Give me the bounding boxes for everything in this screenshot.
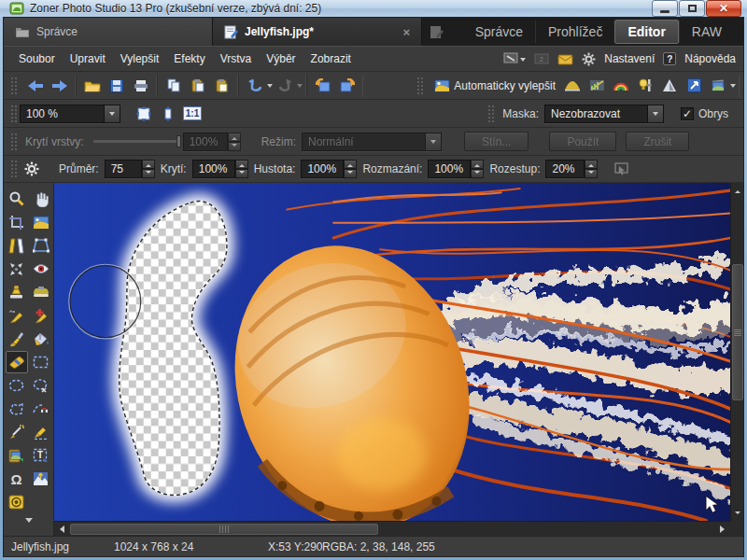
shadow-button[interactable]: Stín... (464, 132, 529, 151)
mask-combobox[interactable]: Nezobrazovat (544, 105, 664, 123)
spacing-spinner[interactable] (585, 160, 598, 178)
opacity-field[interactable]: 100% (192, 160, 235, 178)
menu-vyber[interactable]: Výběr (259, 49, 303, 69)
back-button[interactable] (23, 75, 48, 97)
density-spinner[interactable] (344, 160, 357, 178)
iron-smooth-tool[interactable] (30, 281, 52, 303)
tab-close-icon[interactable]: × (402, 25, 410, 39)
fit-screen-button[interactable] (132, 103, 156, 125)
rotate-left-button[interactable] (311, 75, 335, 97)
fit-height-button[interactable] (156, 103, 180, 125)
layer-opacity-spinner[interactable] (228, 133, 241, 151)
print-button[interactable] (129, 75, 153, 97)
zoom-combobox[interactable]: 100 % (20, 105, 120, 123)
exposure-button[interactable] (633, 75, 657, 97)
vertical-scroll-thumb[interactable] (732, 264, 743, 400)
density-field[interactable]: 100% (301, 160, 344, 178)
close-button[interactable]: ✕ (706, 0, 741, 17)
save-button[interactable] (105, 75, 129, 97)
polygon-lasso-tool[interactable] (6, 398, 28, 420)
effect-brush-tool[interactable]: ᴬᵃ (6, 304, 28, 327)
blend-mode-combobox[interactable]: Normální (302, 133, 442, 151)
toolbar-grip2[interactable] (416, 77, 423, 95)
undo-button[interactable] (243, 75, 267, 97)
dual-monitor-icon[interactable] (503, 52, 526, 65)
magic-wand-tool[interactable] (6, 421, 28, 443)
auto-enhance-button[interactable]: Automaticky vylepšit (430, 75, 560, 97)
scroll-up-button[interactable] (731, 183, 744, 197)
layerbar-grip[interactable] (10, 133, 17, 151)
toolbar-grip[interactable] (10, 77, 17, 95)
tab-file[interactable]: Jellyfish.jpg* × (213, 18, 422, 46)
red-eye-tool[interactable] (30, 258, 52, 280)
morph-tool[interactable] (6, 258, 28, 280)
toolopts-grip[interactable] (10, 160, 17, 178)
menu-upravit[interactable]: Upravit (63, 49, 113, 69)
horizontal-scrollbar[interactable] (54, 521, 730, 536)
outline-checkbox[interactable]: ✓ (681, 107, 694, 120)
redo-button[interactable] (273, 75, 297, 97)
curves-button[interactable] (585, 75, 609, 97)
blur-field[interactable]: 100% (428, 160, 471, 178)
menu-vrstva[interactable]: Vrstva (213, 49, 260, 69)
mode-manager[interactable]: Správce (463, 21, 535, 43)
mode-editor[interactable]: Editor (614, 20, 678, 44)
text-selection-tool[interactable]: T (30, 444, 52, 467)
help-label[interactable]: Nápověda (684, 52, 736, 65)
layer-opacity-slider[interactable] (93, 140, 179, 143)
place-image-tool[interactable] (6, 444, 28, 467)
second-monitor-icon[interactable]: 2 (534, 53, 549, 65)
mode-raw[interactable]: RAW (679, 21, 734, 43)
help-icon[interactable]: ? (663, 52, 676, 65)
redo-caret-icon[interactable] (297, 84, 303, 91)
shape-tool[interactable]: Ω (6, 468, 28, 490)
blur-spinner[interactable] (471, 160, 484, 178)
sharpen-button[interactable] (657, 75, 682, 97)
diameter-field[interactable]: 75 (105, 160, 142, 178)
more-tools-button[interactable] (25, 523, 33, 536)
menu-vylepsit[interactable]: Vylepšit (113, 49, 167, 69)
menu-soubor[interactable]: Soubor (11, 49, 63, 69)
mode-viewer[interactable]: Prohlížeč (535, 21, 614, 43)
pan-hand-tool[interactable] (30, 188, 52, 210)
vertical-scrollbar[interactable] (730, 183, 743, 521)
crop-tool[interactable] (6, 211, 28, 233)
healing-brush-tool[interactable] (30, 304, 52, 327)
deform-tool[interactable] (6, 234, 28, 257)
settings-label[interactable]: Nastavení (604, 52, 655, 65)
paste-button[interactable] (186, 75, 210, 97)
canvas-size-tool[interactable] (30, 211, 52, 233)
scroll-left-button[interactable] (54, 522, 68, 537)
spacing-field[interactable]: 20% (545, 160, 585, 178)
paintbrush-tool[interactable] (6, 328, 28, 350)
opacity-spinner[interactable] (235, 160, 248, 178)
minimize-button[interactable] (652, 0, 678, 17)
settings-gear-icon[interactable] (582, 52, 596, 66)
effects-caret-icon[interactable] (730, 84, 736, 91)
copy-button[interactable] (162, 75, 186, 97)
magnetic-lasso-tool[interactable] (30, 398, 52, 420)
scroll-right-button[interactable] (716, 522, 730, 537)
resize-button[interactable] (682, 75, 706, 97)
colors-button[interactable] (609, 75, 633, 97)
scroll-down-button[interactable] (731, 507, 744, 521)
horizontal-scroll-thumb[interactable] (70, 524, 378, 535)
one-to-one-button[interactable]: 1:1 (180, 103, 204, 125)
image-canvas[interactable] (54, 183, 730, 521)
new-editor-tab-icon[interactable] (430, 25, 444, 39)
perspective-tool[interactable] (30, 234, 52, 257)
droplet-warp-tool[interactable] (6, 491, 28, 513)
levels-button[interactable] (560, 75, 585, 97)
rect-select-tool[interactable] (30, 351, 52, 373)
restore-button[interactable] (679, 0, 705, 17)
forward-button[interactable] (48, 75, 72, 97)
titlebar[interactable]: Zoner Photo Studio 13 Pro (zkušební verz… (0, 0, 747, 17)
selection-brush-tool[interactable] (30, 421, 52, 443)
layer-opacity-field[interactable]: 100% (183, 133, 228, 151)
mail-icon[interactable] (557, 53, 573, 65)
rotate-right-button[interactable] (335, 75, 359, 97)
pointer-tool-icon[interactable] (609, 158, 633, 180)
paste-special-button[interactable] (210, 75, 234, 97)
clone-stamp-tool[interactable] (6, 281, 28, 303)
tab-manager[interactable]: Správce (4, 18, 213, 46)
